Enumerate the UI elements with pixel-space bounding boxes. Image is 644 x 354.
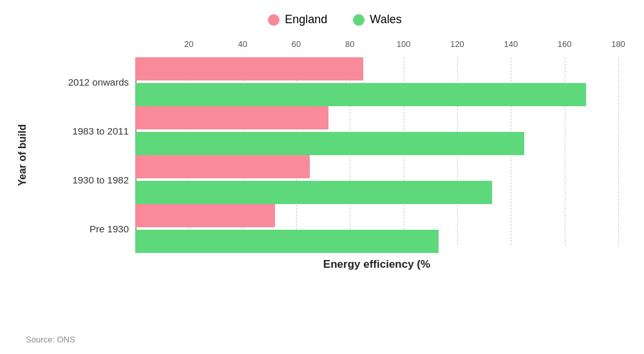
england-bar-3	[135, 204, 618, 227]
x-tick-20: 20	[184, 39, 193, 49]
legend-item-wales: Wales	[353, 13, 401, 26]
grid-line-180	[618, 57, 619, 245]
wales-bar-3	[135, 230, 618, 253]
x-tick-140: 140	[504, 39, 518, 49]
x-tick-80: 80	[345, 39, 354, 49]
england-bar-2	[135, 155, 618, 178]
bar-group-1: 1983 to 2011	[135, 106, 618, 155]
bar-label-0: 2012 onwards	[26, 77, 129, 88]
wales-label: Wales	[370, 13, 401, 26]
wales-bar-fill-3	[135, 230, 439, 253]
bar-label-3: Pre 1930	[26, 223, 129, 234]
source-label: Source: ONS	[26, 335, 75, 344]
x-tick-40: 40	[238, 39, 247, 49]
wales-bar-1	[135, 132, 618, 155]
bar-group-3: Pre 1930	[135, 204, 618, 253]
england-bar-fill-3	[135, 204, 275, 227]
england-bar-fill-1	[135, 106, 328, 129]
england-dot	[268, 14, 279, 26]
x-tick-160: 160	[558, 39, 572, 49]
england-bar-fill-0	[135, 57, 363, 80]
bar-group-0: 2012 onwards	[135, 57, 618, 106]
wales-bar-fill-1	[135, 132, 524, 155]
bar-label-1: 1983 to 2011	[26, 126, 129, 136]
x-axis-label: Energy efficiency (%	[135, 258, 618, 271]
wales-bar-0	[135, 83, 618, 106]
wales-bar-fill-2	[135, 181, 492, 204]
bar-groups: 2012 onwards1983 to 20111930 to 1982Pre …	[135, 57, 618, 245]
chart-inner: 20406080100120140160180 2012 onwards1983…	[32, 39, 618, 271]
x-axis-top: 20406080100120140160180	[135, 39, 618, 52]
bars-grid-area: 2012 onwards1983 to 20111930 to 1982Pre …	[135, 57, 618, 245]
y-axis-label: Year of build	[13, 39, 32, 271]
bar-label-2: 1930 to 1982	[26, 174, 129, 185]
england-bar-0	[135, 57, 618, 80]
chart-container: England Wales Year of build 204060801001…	[0, 0, 644, 354]
x-tick-60: 60	[292, 39, 301, 49]
x-tick-120: 120	[450, 39, 464, 49]
x-tick-180: 180	[611, 39, 625, 49]
wales-bar-2	[135, 181, 618, 204]
england-bar-1	[135, 106, 618, 129]
wales-dot	[353, 14, 365, 26]
wales-bar-fill-0	[135, 83, 586, 106]
bar-group-2: 1930 to 1982	[135, 155, 618, 204]
england-label: England	[285, 13, 327, 26]
legend: England Wales	[52, 13, 618, 26]
legend-item-england: England	[268, 13, 327, 26]
chart-area: Year of build 20406080100120140160180 20…	[13, 39, 618, 271]
england-bar-fill-2	[135, 155, 310, 178]
x-tick-100: 100	[397, 39, 411, 49]
